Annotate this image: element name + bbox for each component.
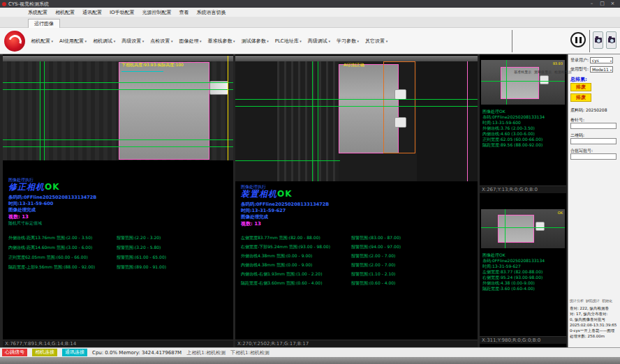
measure-row: 内侧齿线4.38mm 范围:(0.00 - 9.00)报警范围:(2.00 - … (241, 262, 395, 268)
toolbar-items: 相机配置 AI使用配置 相机调试 高级设置 点检设置 图像处理 基准线参数 测试… (31, 28, 388, 54)
maximize-button[interactable]: □ (597, 0, 607, 8)
preview-line: 右侧宽度:95.24 (93.00-98.00) (482, 275, 545, 280)
tab-connector (209, 81, 228, 95)
measure-text: 内侧齿线-距离14.60mm 范围:(3.00 - 6.00) (8, 245, 117, 251)
alarm-text: 报警范围:(2.00 - 7.00) (351, 253, 395, 258)
lower-camera-snapshot-button[interactable] (606, 31, 617, 49)
upper-camera-snapshot-button[interactable] (593, 31, 603, 49)
tab-highlight (540, 75, 549, 84)
batch-number-input[interactable] (570, 153, 617, 160)
tool-testbody-params[interactable]: 测试体参数 (242, 38, 269, 45)
upper-preview-image[interactable]: 93.93 (481, 60, 565, 105)
titlebar: CYS-视觉检测系统 – □ × (0, 0, 620, 8)
tool-image-processing[interactable]: 图像处理 (179, 38, 201, 45)
time-text: 时间:13-31-59-600 (8, 201, 53, 207)
tool-plc-address[interactable]: PLC地址库 (275, 38, 302, 45)
tool-camera-config[interactable]: 相机配置 (31, 38, 53, 45)
tool-camera-debug[interactable]: 相机调试 (93, 38, 115, 45)
login-user-select[interactable]: cys (590, 57, 613, 63)
preview-result-lines: 图像处理OK 条码:0FFline20250208133134 时间:13-31… (482, 109, 545, 148)
tool-advanced-debug[interactable]: 高级调试 (308, 38, 330, 45)
barcode-text: 条码码:0FFline2025020813313472B (8, 195, 96, 201)
tool-ai-config[interactable]: AI使用配置 (59, 38, 87, 45)
main-area: 下相机高度:93.93-实际高度:100 图像处理执行 修正相机OK 条码码:0… (0, 54, 620, 347)
camera-icon (608, 38, 615, 43)
menu-item-language-switch[interactable]: 系统语言切换 (197, 9, 226, 16)
alarm-text: 报警范围:(83.00 - 87.00) (351, 235, 401, 240)
upper-camera-image[interactable]: AI识别正确 (235, 56, 478, 181)
preview-column: 93.93 图像处理OK 条码:0FFline20250208133134 时间… (480, 54, 566, 347)
stats-line: 2025:02:08-13:31:39:65 (570, 322, 619, 328)
baseline (505, 209, 505, 248)
preview-line: 隔距宽度:89.56 (88.00-92.00) (482, 142, 545, 148)
pause-icon (580, 37, 582, 43)
model-select[interactable]: Mode11 (590, 66, 613, 73)
tool-other-settings[interactable]: 其它设置 (365, 38, 388, 45)
window-title: CYS-视觉检测系统 (8, 1, 49, 8)
menu-item-view[interactable]: 查看 (179, 9, 189, 16)
preview-line: 内侧齿线:4.60 (3.00-6.00) (482, 131, 545, 137)
measure-row: 内侧齿线-距离14.60mm 范围:(3.00 - 6.00)报警范围:(3.2… (8, 245, 161, 251)
lower-camera-image[interactable]: 下相机高度:93.93-实际高度:100 (3, 56, 233, 160)
tool-baseline-params[interactable]: 基准线参数 (208, 38, 235, 45)
measure-row: 外侧齿线-距离13.76mm 范围:(2.00 - 3.50)报警范围:(2.2… (8, 235, 161, 241)
menu-item-camera-config[interactable]: 相机配置 (55, 9, 75, 16)
tab-initialize[interactable]: 初始化 (602, 298, 612, 303)
pause-button[interactable] (570, 32, 586, 47)
part-region (119, 62, 209, 160)
needle-number-input[interactable] (570, 123, 617, 129)
conveyor-edge (235, 56, 478, 61)
tool-spot-check[interactable]: 点检设置 (150, 38, 172, 45)
alarm-text: 报警范围:(2.20 - 3.20) (117, 235, 161, 240)
side-panel: 登录用户: cys 使用型号: Mode11 总排累: 排废 排废 底料码: 2… (568, 54, 620, 347)
measure-row: 隔距宽度-右侧3.60mm 范围:(0.60 - 4.00)报警范围:(0.60… (241, 280, 395, 287)
app-logo-icon (4, 31, 25, 52)
measure-text: 内侧齿线-右侧1.93mm 范围:(1.00 - 2.20) (241, 271, 351, 278)
tool-advanced-settings[interactable]: 高级设置 (121, 38, 144, 45)
height-overlay-label: 下相机高度:93.93-实际高度:100 (121, 62, 184, 68)
baseline (506, 60, 507, 105)
baseline (40, 61, 40, 160)
measure-text: 正则宽度62.05mm 范围:(60.00 - 66.00) (8, 255, 117, 261)
tab-highlight (394, 89, 406, 100)
tool-learning-params[interactable]: 学习参数 (337, 38, 359, 45)
calibration-line (121, 71, 163, 72)
camera-icon (595, 38, 602, 43)
option-box-display[interactable]: 检测框显示 (554, 70, 572, 74)
toolbar-divider (512, 30, 512, 52)
measure-row: 左侧宽度83.77mm 范围:(82.00 - 88.00)报警范围:(83.0… (241, 235, 401, 241)
tab-defect-stats[interactable]: 缺陷统计 (586, 298, 600, 303)
menu-item-io-manual-config[interactable]: IO手动配置 (110, 9, 135, 16)
barcode-text: 条码码:0FFline2025020813313472B (241, 202, 329, 208)
preview-line: 隔距宽度:3.60 (0.60-4.00) (482, 286, 545, 291)
reject-indicator-lower[interactable]: 排废 (570, 93, 591, 102)
alarm-text: 报警范围:(61.00 - 65.00) (117, 255, 166, 259)
option-baseline-display[interactable]: 基准线显示 (514, 70, 531, 74)
qr-code-input[interactable] (570, 138, 617, 144)
measure-text: 外侧齿线-距离13.76mm 范围:(2.00 - 3.50) (8, 235, 117, 241)
machinery-shadow (235, 61, 277, 181)
minimize-button[interactable]: – (586, 0, 597, 8)
pixel-coordinate-bar: X:267;Y:13;R:0;G:0;B:0 (480, 185, 566, 193)
tab-stats-analysis[interactable]: 统计分析 (570, 298, 584, 303)
stats-line: 对: 17, 纵向分布卷对: (570, 311, 619, 317)
tab-strip: 运行图像 (0, 17, 620, 28)
measure-line (481, 227, 565, 228)
reject-indicator-upper[interactable]: 排废 (570, 83, 591, 91)
option-measure-display[interactable]: 测量值显示 (534, 70, 552, 74)
baseline (312, 61, 313, 181)
menu-item-comm-config[interactable]: 通讯配置 (82, 9, 102, 16)
pixel-coordinate-bar: X:7677;Y:891;R:14;G:14;B:14 (3, 340, 233, 347)
preview-line: 条码:0FFline20250208133134 (482, 258, 545, 264)
close-button[interactable]: × (607, 0, 618, 8)
menu-item-light-control-config[interactable]: 光源控制配置 (142, 9, 172, 16)
result-title: 修正相机OK (8, 181, 60, 193)
statusbar: 心跳信号 相机连接 通讯连接 Cpu: 0.0% Memory: 3424.41… (0, 347, 620, 357)
measure-row: 外侧齿线4.38mm 范围:(0.00 - 9.00)报警范围:(2.00 - … (241, 253, 395, 259)
cpu-memory-text: Cpu: 0.0% Memory: 3424.4179687M (92, 350, 182, 356)
measure-text: 右侧宽度-下部95.24mm 范围:(93.00 - 98.00) (241, 244, 351, 250)
tab-run-image[interactable]: 运行图像 (28, 19, 60, 28)
lower-preview-image[interactable]: OK (481, 209, 565, 248)
menu-item-system-config[interactable]: 系统配置 (28, 9, 47, 16)
model-label: 使用型号: (570, 66, 589, 73)
